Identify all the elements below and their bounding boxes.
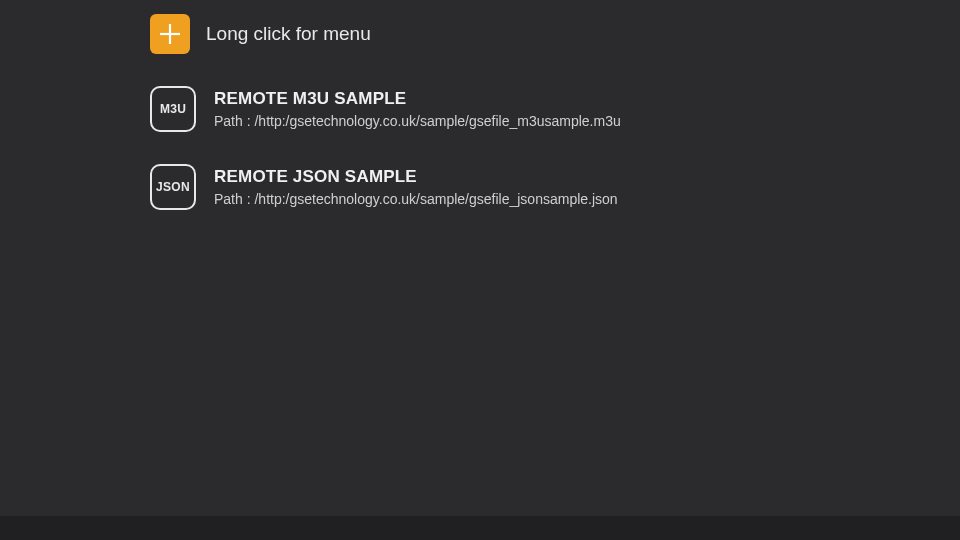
- playlist-path-prefix: Path :: [214, 191, 254, 207]
- playlist-path: Path : /http:/gsetechnology.co.uk/sample…: [214, 191, 618, 207]
- playlist-path: Path : /http:/gsetechnology.co.uk/sample…: [214, 113, 621, 129]
- playlist-item[interactable]: M3U REMOTE M3U SAMPLE Path : /http:/gset…: [150, 86, 960, 132]
- add-playlist-button[interactable]: [150, 14, 190, 54]
- playlist-title: REMOTE M3U SAMPLE: [214, 89, 621, 109]
- header-row: Long click for menu: [150, 10, 960, 58]
- m3u-icon: M3U: [150, 86, 196, 132]
- playlist-text: REMOTE JSON SAMPLE Path : /http:/gsetech…: [214, 167, 618, 207]
- playlist-icon-label: M3U: [160, 102, 186, 116]
- playlist-item[interactable]: JSON REMOTE JSON SAMPLE Path : /http:/gs…: [150, 164, 960, 210]
- plus-icon: [157, 21, 183, 47]
- playlist-title: REMOTE JSON SAMPLE: [214, 167, 618, 187]
- playlist-icon-label: JSON: [156, 180, 190, 194]
- json-icon: JSON: [150, 164, 196, 210]
- bottom-bar: [0, 516, 960, 540]
- playlist-path-value: /http:/gsetechnology.co.uk/sample/gsefil…: [254, 113, 620, 129]
- playlist-path-prefix: Path :: [214, 113, 254, 129]
- playlist-screen: Long click for menu M3U REMOTE M3U SAMPL…: [0, 0, 960, 210]
- playlist-path-value: /http:/gsetechnology.co.uk/sample/gsefil…: [254, 191, 617, 207]
- header-hint: Long click for menu: [206, 23, 371, 45]
- playlist-text: REMOTE M3U SAMPLE Path : /http:/gsetechn…: [214, 89, 621, 129]
